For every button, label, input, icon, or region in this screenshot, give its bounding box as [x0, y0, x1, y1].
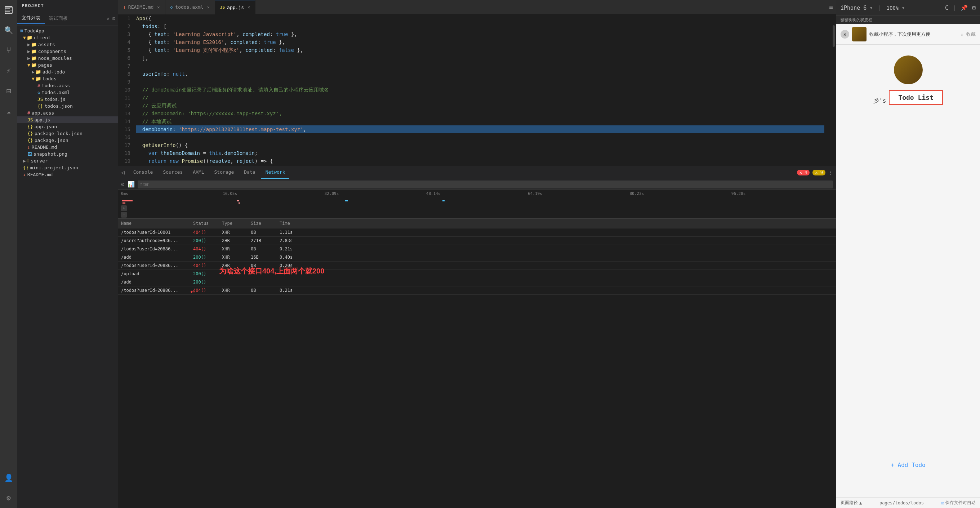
code-line-4: { text: 'Learning ES2016', completed: tr… [136, 38, 824, 46]
devtools-overflow-icon[interactable]: ⋮ [828, 170, 833, 175]
tab-axml[interactable]: AXML [188, 166, 208, 179]
refresh-simulator-icon[interactable]: C [945, 4, 949, 11]
network-table: Name Status Type Size Time /todos?userId… [118, 219, 836, 317]
md-tab-icon: ↓ [123, 4, 126, 10]
table-row[interactable]: /users?authcode=936... 200() XHR 271B 2.… [118, 237, 836, 245]
tree-item-todoapp[interactable]: ⊞ TodoApp [17, 27, 118, 34]
tree-item-snapshot[interactable]: 🖼 snapshot.png [17, 151, 118, 158]
table-row[interactable]: /todos?userId=20886... 404() XHR 0B 0.21… [118, 245, 836, 253]
account-icon[interactable]: 👤 [2, 471, 15, 484]
remote-icon[interactable]: ☁ [2, 105, 15, 118]
header-text: 收藏小程序，下次使用更方便 [869, 31, 961, 37]
tree-item-todos-axml[interactable]: ◇ todos.axml [17, 89, 118, 96]
settings-icon[interactable]: ⚙ [2, 491, 15, 505]
device-dropdown-icon[interactable]: ▾ [869, 4, 873, 11]
zoom-in-btn[interactable]: + [121, 205, 127, 211]
tab-close-readme[interactable]: ✕ [157, 5, 160, 10]
bar-chart-icon[interactable]: 📊 [127, 181, 135, 188]
js-file-icon: JS [27, 117, 33, 123]
tree-label: README.md [32, 145, 57, 150]
grid-icon[interactable]: ⊞ [972, 4, 976, 11]
tree-item-pages[interactable]: ▼ 📁 pages [17, 62, 118, 68]
tree-item-todos-js[interactable]: JS todos.js [17, 96, 118, 103]
tab-readme[interactable]: ↓ README.md ✕ [118, 0, 165, 14]
col-header-time: Time [277, 220, 305, 227]
network-filter-input[interactable] [138, 180, 833, 188]
tree-item-components[interactable]: ▶ 📁 components [17, 48, 118, 55]
network-row-type: XHR [219, 287, 248, 295]
table-row[interactable]: /upload 200() 为啥这个接口404,上面两个就200 [118, 270, 836, 278]
timeline-chart[interactable] [118, 197, 836, 215]
tab-app-js[interactable]: JS app.js ✕ [215, 0, 255, 14]
bookmark-button[interactable]: ☆ 收藏 [961, 31, 976, 37]
table-row[interactable]: /todos?userId=10001 404() XHR 0B 1.11s [118, 228, 836, 237]
tree-item-todos-json[interactable]: {} todos.json [17, 103, 118, 110]
tree-label: pages [38, 62, 52, 68]
collapse-icon[interactable]: ⊡ [112, 16, 115, 21]
json-file-icon: {} [37, 104, 43, 109]
tab-todos-axml[interactable]: ◇ todos.axml ✕ [165, 0, 215, 14]
tab-sources[interactable]: Sources [159, 166, 187, 179]
path-expand-icon[interactable]: ▲ [859, 500, 862, 505]
auto-save-checkbox[interactable]: ☑ [942, 500, 944, 505]
tree-label: TodoApp [24, 28, 44, 33]
zoom-out-btn[interactable]: − [121, 212, 127, 218]
tab-overflow-menu[interactable]: ≡ [829, 3, 836, 11]
table-row[interactable]: /add 200() XHR 16B 0.40s [118, 253, 836, 261]
tab-file-list[interactable]: 文件列表 [17, 13, 45, 24]
timeline-cursor [261, 197, 261, 215]
source-control-icon[interactable]: ⑂ [2, 44, 15, 57]
tree-item-todos-folder[interactable]: ▼ 📁 todos [17, 75, 118, 82]
editor-scrollbar[interactable] [832, 14, 836, 166]
table-row[interactable]: /todos?userId=20886... 404() XHR 0B 0.21… [118, 287, 836, 295]
tree-item-server[interactable]: ▶ ⊞ server [17, 158, 118, 164]
zoom-dropdown-icon[interactable]: ▾ [902, 4, 905, 11]
tree-item-todos-acss[interactable]: # todos.acss [17, 82, 118, 89]
folder-expand-icon: ▼ [32, 76, 35, 81]
devtools-back-icon[interactable]: ◁ [121, 169, 125, 176]
tree-item-client[interactable]: ▼ 📁 client [17, 34, 118, 41]
folder-icon: 📁 [31, 49, 37, 54]
pin-icon[interactable]: 📌 [961, 4, 968, 11]
tree-item-assets[interactable]: ▶ 📁 assets [17, 41, 118, 48]
code-line-6: ], [136, 54, 824, 62]
tree-item-app-json[interactable]: {} app.json [17, 123, 118, 130]
tree-item-readme-client[interactable]: ↓ README.md [17, 144, 118, 151]
tab-console[interactable]: Console [129, 166, 158, 179]
search-icon[interactable]: 🔍 [2, 24, 15, 37]
tab-debug-panel[interactable]: 调试面板 [45, 13, 72, 24]
tree-item-app-js[interactable]: JS app.js [17, 116, 118, 123]
user-name-text: 彡's [873, 97, 886, 105]
clear-network-icon[interactable]: ⊘ [121, 181, 125, 188]
tree-item-mini-project[interactable]: {} mini.project.json [17, 164, 118, 171]
code-content[interactable]: App({ todos: [ { text: 'Learning Javascr… [136, 14, 832, 166]
tree-item-package-json[interactable]: {} package.json [17, 137, 118, 144]
tab-close-todos-axml[interactable]: ✕ [207, 5, 210, 10]
refresh-icon[interactable]: ↺ [107, 16, 110, 21]
code-editor[interactable]: 12345 678910 1112131415 16171819 App({ t… [118, 14, 836, 166]
tree-item-add-todo[interactable]: ▶ 📁 add-todo [17, 68, 118, 75]
avatar [894, 56, 923, 84]
network-row-size: 16B [248, 253, 277, 261]
code-line-10: // demoDomain变量记录了后端服务的请求地址, 请填入自己的小程序云应… [136, 86, 824, 94]
tree-item-node-modules[interactable]: ▶ 📁 node_modules [17, 55, 118, 62]
add-todo-button[interactable]: + Add Todo [836, 462, 980, 468]
tree-item-app-acss[interactable]: # app.acss [17, 110, 118, 116]
tab-close-app-js[interactable]: ✕ [248, 5, 250, 10]
tree-label: todos.json [45, 104, 73, 109]
tree-item-readme-root[interactable]: ↓ README.md [17, 171, 118, 178]
table-row[interactable]: /add 200() [118, 278, 836, 287]
tab-storage[interactable]: Storage [210, 166, 239, 179]
table-row[interactable]: /todos?userId=20886... 404() XHR 0B 0.20… [118, 261, 836, 270]
network-row-time: 0.40s [277, 253, 305, 261]
tree-label: mini.project.json [30, 165, 78, 170]
tab-data[interactable]: Data [240, 166, 259, 179]
debug-icon[interactable]: ⚡ [2, 64, 15, 77]
extensions-icon[interactable]: ⊟ [2, 84, 15, 97]
explorer-icon[interactable] [2, 3, 15, 17]
tree-item-package-lock[interactable]: {} package-lock.json [17, 130, 118, 137]
close-button[interactable]: ✕ [840, 30, 849, 38]
phone-toolbar: iPhone 6 ▾ | 100% ▾ C | 📌 ⊞ [836, 0, 980, 16]
network-row-time: 2.83s [277, 237, 305, 245]
tab-network[interactable]: Network [261, 166, 290, 179]
